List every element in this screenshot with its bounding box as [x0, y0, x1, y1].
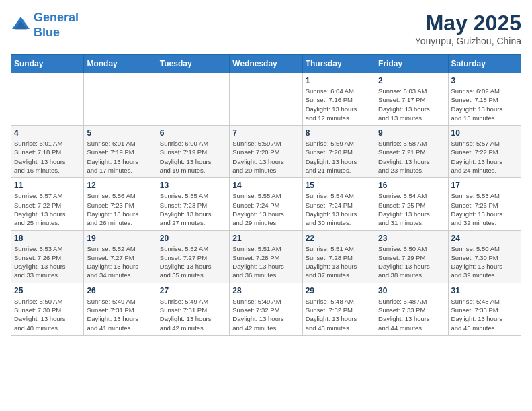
day-number: 12	[87, 181, 153, 190]
calendar-cell: 22Sunrise: 5:51 AMSunset: 7:28 PMDayligh…	[302, 230, 375, 283]
day-number: 23	[378, 234, 445, 243]
calendar-cell: 24Sunrise: 5:50 AMSunset: 7:30 PMDayligh…	[448, 230, 521, 283]
day-info: Sunrise: 6:03 AMSunset: 7:17 PMDaylight:…	[378, 87, 445, 122]
day-info: Sunrise: 5:59 AMSunset: 7:20 PMDaylight:…	[232, 139, 299, 175]
day-info: Sunrise: 5:52 AMSunset: 7:27 PMDaylight:…	[160, 244, 226, 280]
weekday-header-wednesday: Wednesday	[230, 55, 302, 73]
day-number: 17	[451, 181, 518, 190]
calendar-table: SundayMondayTuesdayWednesdayThursdayFrid…	[11, 54, 521, 336]
day-info: Sunrise: 5:49 AMSunset: 7:31 PMDaylight:…	[87, 297, 153, 332]
calendar-cell: 30Sunrise: 5:48 AMSunset: 7:33 PMDayligh…	[375, 283, 448, 335]
day-info: Sunrise: 5:48 AMSunset: 7:33 PMDaylight:…	[378, 297, 445, 332]
calendar-cell: 11Sunrise: 5:57 AMSunset: 7:22 PMDayligh…	[11, 178, 84, 230]
day-info: Sunrise: 6:04 AMSunset: 7:16 PMDaylight:…	[306, 87, 372, 122]
day-info: Sunrise: 5:57 AMSunset: 7:22 PMDaylight:…	[14, 191, 81, 227]
calendar-week-5: 25Sunrise: 5:50 AMSunset: 7:30 PMDayligh…	[11, 283, 521, 335]
calendar-cell: 2Sunrise: 6:03 AMSunset: 7:17 PMDaylight…	[375, 73, 448, 126]
day-info: Sunrise: 5:59 AMSunset: 7:20 PMDaylight:…	[306, 139, 372, 175]
calendar-week-1: 1Sunrise: 6:04 AMSunset: 7:16 PMDaylight…	[11, 73, 521, 126]
month-year-title: May 2025	[415, 11, 521, 36]
day-info: Sunrise: 5:54 AMSunset: 7:25 PMDaylight:…	[378, 191, 445, 227]
day-number: 15	[306, 181, 372, 190]
day-info: Sunrise: 5:58 AMSunset: 7:21 PMDaylight:…	[378, 139, 445, 175]
day-info: Sunrise: 5:54 AMSunset: 7:24 PMDaylight:…	[306, 191, 372, 227]
day-number: 21	[232, 234, 299, 243]
day-number: 2	[378, 76, 445, 85]
calendar-cell: 8Sunrise: 5:59 AMSunset: 7:20 PMDaylight…	[302, 126, 375, 178]
calendar-header-row: SundayMondayTuesdayWednesdayThursdayFrid…	[11, 55, 521, 73]
day-number: 3	[451, 76, 518, 85]
day-number: 16	[378, 181, 445, 190]
calendar-cell	[11, 73, 84, 126]
logo: General Blue	[11, 11, 79, 40]
calendar-cell: 1Sunrise: 6:04 AMSunset: 7:16 PMDaylight…	[302, 73, 375, 126]
calendar-cell	[230, 73, 302, 126]
logo-text: General Blue	[34, 11, 79, 40]
calendar-cell: 7Sunrise: 5:59 AMSunset: 7:20 PMDaylight…	[230, 126, 302, 178]
day-number: 25	[14, 286, 81, 295]
day-info: Sunrise: 5:51 AMSunset: 7:28 PMDaylight:…	[232, 244, 299, 280]
calendar-cell: 29Sunrise: 5:48 AMSunset: 7:32 PMDayligh…	[302, 283, 375, 335]
day-info: Sunrise: 5:51 AMSunset: 7:28 PMDaylight:…	[306, 244, 372, 280]
logo-general: General	[34, 11, 79, 24]
day-info: Sunrise: 5:55 AMSunset: 7:24 PMDaylight:…	[232, 191, 299, 227]
weekday-header-monday: Monday	[84, 55, 157, 73]
day-number: 11	[14, 181, 81, 190]
day-number: 20	[160, 234, 226, 243]
day-info: Sunrise: 5:57 AMSunset: 7:22 PMDaylight:…	[451, 139, 518, 175]
day-number: 31	[451, 286, 518, 295]
location-subtitle: Youyupu, Guizhou, China	[415, 36, 521, 46]
calendar-cell: 12Sunrise: 5:56 AMSunset: 7:23 PMDayligh…	[84, 178, 157, 230]
weekday-header-thursday: Thursday	[302, 55, 375, 73]
day-info: Sunrise: 5:50 AMSunset: 7:30 PMDaylight:…	[451, 244, 518, 280]
day-number: 19	[87, 234, 153, 243]
day-number: 4	[14, 128, 81, 138]
calendar-cell: 16Sunrise: 5:54 AMSunset: 7:25 PMDayligh…	[375, 178, 448, 230]
calendar-cell: 17Sunrise: 5:53 AMSunset: 7:26 PMDayligh…	[448, 178, 521, 230]
calendar-cell: 18Sunrise: 5:53 AMSunset: 7:26 PMDayligh…	[11, 230, 84, 283]
calendar-cell: 26Sunrise: 5:49 AMSunset: 7:31 PMDayligh…	[84, 283, 157, 335]
day-info: Sunrise: 5:50 AMSunset: 7:29 PMDaylight:…	[378, 244, 445, 280]
day-number: 6	[160, 128, 226, 138]
day-info: Sunrise: 5:49 AMSunset: 7:31 PMDaylight:…	[160, 297, 226, 332]
calendar-cell: 6Sunrise: 6:00 AMSunset: 7:19 PMDaylight…	[157, 126, 229, 178]
calendar-cell: 5Sunrise: 6:01 AMSunset: 7:19 PMDaylight…	[84, 126, 157, 178]
logo-icon	[11, 15, 31, 36]
title-block: May 2025 Youyupu, Guizhou, China	[415, 11, 521, 46]
weekday-header-tuesday: Tuesday	[157, 55, 229, 73]
weekday-header-saturday: Saturday	[448, 55, 521, 73]
calendar-cell: 4Sunrise: 6:01 AMSunset: 7:18 PMDaylight…	[11, 126, 84, 178]
day-info: Sunrise: 6:01 AMSunset: 7:19 PMDaylight:…	[87, 139, 153, 175]
calendar-week-2: 4Sunrise: 6:01 AMSunset: 7:18 PMDaylight…	[11, 126, 521, 178]
day-number: 5	[87, 128, 153, 138]
day-info: Sunrise: 5:50 AMSunset: 7:30 PMDaylight:…	[14, 297, 81, 332]
calendar-cell: 14Sunrise: 5:55 AMSunset: 7:24 PMDayligh…	[230, 178, 302, 230]
calendar-cell: 21Sunrise: 5:51 AMSunset: 7:28 PMDayligh…	[230, 230, 302, 283]
calendar-cell: 28Sunrise: 5:49 AMSunset: 7:32 PMDayligh…	[230, 283, 302, 335]
calendar-cell: 31Sunrise: 5:48 AMSunset: 7:33 PMDayligh…	[448, 283, 521, 335]
calendar-cell: 10Sunrise: 5:57 AMSunset: 7:22 PMDayligh…	[448, 126, 521, 178]
day-info: Sunrise: 5:52 AMSunset: 7:27 PMDaylight:…	[87, 244, 153, 280]
day-info: Sunrise: 6:02 AMSunset: 7:18 PMDaylight:…	[451, 87, 518, 122]
day-number: 29	[306, 286, 372, 295]
day-info: Sunrise: 6:01 AMSunset: 7:18 PMDaylight:…	[14, 139, 81, 175]
calendar-cell	[84, 73, 157, 126]
day-number: 14	[232, 181, 299, 190]
page-header: General Blue May 2025 Youyupu, Guizhou, …	[11, 11, 521, 46]
day-number: 27	[160, 286, 226, 295]
day-info: Sunrise: 5:53 AMSunset: 7:26 PMDaylight:…	[14, 244, 81, 280]
calendar-cell: 25Sunrise: 5:50 AMSunset: 7:30 PMDayligh…	[11, 283, 84, 335]
day-number: 13	[160, 181, 226, 190]
calendar-cell: 20Sunrise: 5:52 AMSunset: 7:27 PMDayligh…	[157, 230, 229, 283]
calendar-cell	[157, 73, 229, 126]
day-number: 1	[306, 76, 372, 85]
calendar-week-4: 18Sunrise: 5:53 AMSunset: 7:26 PMDayligh…	[11, 230, 521, 283]
day-info: Sunrise: 5:49 AMSunset: 7:32 PMDaylight:…	[232, 297, 299, 332]
day-number: 9	[378, 128, 445, 138]
day-info: Sunrise: 6:00 AMSunset: 7:19 PMDaylight:…	[160, 139, 226, 175]
calendar-cell: 13Sunrise: 5:55 AMSunset: 7:23 PMDayligh…	[157, 178, 229, 230]
day-number: 26	[87, 286, 153, 295]
calendar-cell: 23Sunrise: 5:50 AMSunset: 7:29 PMDayligh…	[375, 230, 448, 283]
day-number: 10	[451, 128, 518, 138]
day-number: 28	[232, 286, 299, 295]
